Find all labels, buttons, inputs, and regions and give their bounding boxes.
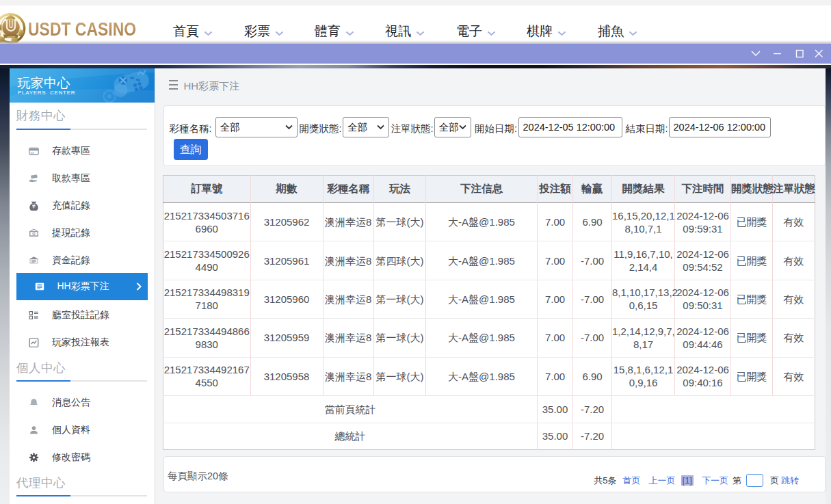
svg-text:casino: casino	[7, 35, 16, 38]
